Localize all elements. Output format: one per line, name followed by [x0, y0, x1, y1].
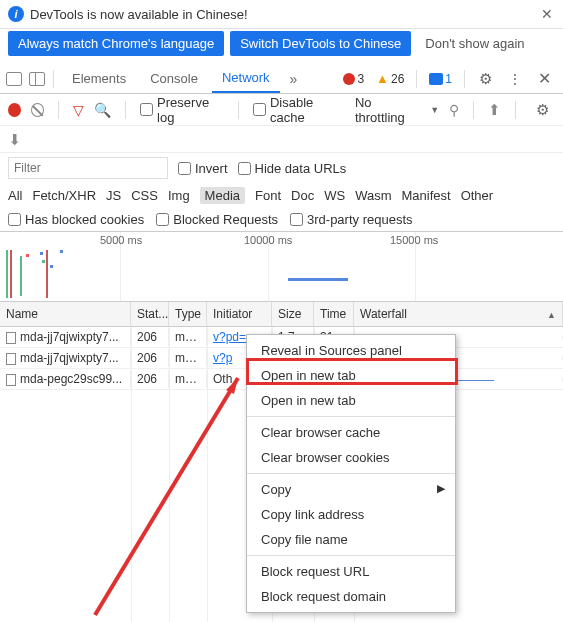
clear-button[interactable]: [31, 103, 44, 117]
disable-cache-checkbox[interactable]: Disable cache: [253, 95, 345, 125]
header-status[interactable]: Stat...: [131, 302, 169, 326]
menu-clear-cookies[interactable]: Clear browser cookies: [247, 445, 455, 470]
type-ws[interactable]: WS: [324, 188, 345, 203]
language-banner: i DevTools is now available in Chinese! …: [0, 0, 563, 29]
type-img[interactable]: Img: [168, 188, 190, 203]
menu-copy[interactable]: Copy▶: [247, 477, 455, 502]
download-icon[interactable]: ⬆: [8, 130, 21, 148]
type-js[interactable]: JS: [106, 188, 121, 203]
network-toolbar: ▽ 🔍 Preserve log Disable cache No thrott…: [0, 94, 563, 126]
search-icon[interactable]: 🔍: [94, 102, 111, 118]
device-icon[interactable]: [29, 72, 45, 86]
settings-icon[interactable]: ⚙: [473, 70, 498, 88]
type-css[interactable]: CSS: [131, 188, 158, 203]
banner-message: DevTools is now available in Chinese!: [30, 7, 555, 22]
menu-copy-filename[interactable]: Copy file name: [247, 527, 455, 552]
filter-icon[interactable]: ▽: [73, 102, 84, 118]
tab-console[interactable]: Console: [140, 65, 208, 92]
message-count[interactable]: 1: [425, 72, 456, 86]
type-media[interactable]: Media: [200, 187, 245, 204]
devtools-tabbar: Elements Console Network » 3 ▲26 1 ⚙ ⋮ ✕: [0, 64, 563, 94]
menu-open-new-tab-2[interactable]: Open in new tab: [247, 388, 455, 413]
upload-icon[interactable]: ⬆: [488, 101, 501, 119]
third-party-checkbox[interactable]: 3rd-party requests: [290, 212, 413, 227]
wifi-icon[interactable]: ⚲: [449, 102, 459, 118]
header-name[interactable]: Name: [0, 302, 131, 326]
menu-copy-link[interactable]: Copy link address: [247, 502, 455, 527]
file-icon: [6, 374, 16, 386]
filter-bar: Invert Hide data URLs: [0, 152, 563, 183]
network-table-header: Name Stat... Type Initiator Size Time Wa…: [0, 302, 563, 327]
throttling-select[interactable]: No throttling: [355, 95, 420, 125]
type-all[interactable]: All: [8, 188, 22, 203]
header-waterfall[interactable]: Waterfall▲: [354, 302, 563, 326]
menu-block-url[interactable]: Block request URL: [247, 559, 455, 584]
sort-icon: ▲: [547, 310, 556, 320]
blocked-requests-checkbox[interactable]: Blocked Requests: [156, 212, 278, 227]
type-font[interactable]: Font: [255, 188, 281, 203]
file-icon: [6, 353, 16, 365]
resource-type-filter: All Fetch/XHR JS CSS Img Media Font Doc …: [0, 183, 563, 208]
more-tabs-icon[interactable]: »: [284, 71, 304, 87]
menu-clear-cache[interactable]: Clear browser cache: [247, 420, 455, 445]
timeline-tick: 10000 ms: [244, 234, 292, 246]
preserve-log-checkbox[interactable]: Preserve log: [140, 95, 224, 125]
file-icon: [6, 332, 16, 344]
timeline-overview[interactable]: 5000 ms 10000 ms 15000 ms: [0, 232, 563, 302]
submenu-arrow-icon: ▶: [437, 482, 445, 495]
type-other[interactable]: Other: [461, 188, 494, 203]
record-button[interactable]: [8, 103, 21, 117]
header-time[interactable]: Time: [314, 302, 354, 326]
type-wasm[interactable]: Wasm: [355, 188, 391, 203]
menu-reveal-sources[interactable]: Reveal in Sources panel: [247, 338, 455, 363]
switch-language-button[interactable]: Switch DevTools to Chinese: [230, 31, 411, 56]
info-icon: i: [8, 6, 24, 22]
header-size[interactable]: Size: [272, 302, 314, 326]
type-manifest[interactable]: Manifest: [401, 188, 450, 203]
network-settings-icon[interactable]: ⚙: [530, 101, 555, 119]
timeline-tick: 15000 ms: [390, 234, 438, 246]
context-menu: Reveal in Sources panel Open in new tab …: [246, 334, 456, 613]
cookie-filter-bar: Has blocked cookies Blocked Requests 3rd…: [0, 208, 563, 232]
tab-network[interactable]: Network: [212, 64, 280, 93]
always-match-button[interactable]: Always match Chrome's language: [8, 31, 224, 56]
close-icon[interactable]: ✕: [541, 6, 553, 22]
kebab-icon[interactable]: ⋮: [502, 71, 528, 87]
close-devtools-icon[interactable]: ✕: [532, 69, 557, 88]
invert-checkbox[interactable]: Invert: [178, 161, 228, 176]
menu-open-new-tab[interactable]: Open in new tab: [247, 363, 455, 388]
dont-show-button[interactable]: Don't show again: [417, 31, 532, 56]
has-blocked-cookies-checkbox[interactable]: Has blocked cookies: [8, 212, 144, 227]
error-count[interactable]: 3: [339, 72, 368, 86]
hide-data-urls-checkbox[interactable]: Hide data URLs: [238, 161, 347, 176]
header-initiator[interactable]: Initiator: [207, 302, 272, 326]
chevron-down-icon[interactable]: ▼: [430, 105, 439, 115]
timeline-tick: 5000 ms: [100, 234, 142, 246]
tab-elements[interactable]: Elements: [62, 65, 136, 92]
type-fetch[interactable]: Fetch/XHR: [32, 188, 96, 203]
inspect-icon[interactable]: [6, 72, 22, 86]
filter-input[interactable]: [8, 157, 168, 179]
menu-block-domain[interactable]: Block request domain: [247, 584, 455, 609]
warning-count[interactable]: ▲26: [372, 71, 408, 86]
type-doc[interactable]: Doc: [291, 188, 314, 203]
banner-buttons: Always match Chrome's language Switch De…: [0, 29, 563, 64]
header-type[interactable]: Type: [169, 302, 207, 326]
